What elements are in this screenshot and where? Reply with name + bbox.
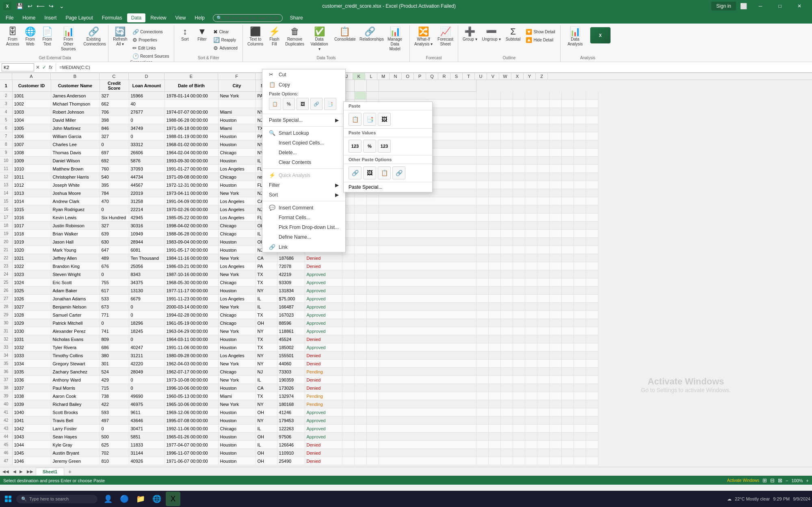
table-cell[interactable]: 30316 — [129, 222, 165, 230]
table-cell[interactable]: Houston — [218, 343, 256, 352]
table-cell[interactable]: Approved — [305, 270, 342, 278]
table-cell[interactable]: Chicago — [218, 149, 256, 157]
col-header-N[interactable]: N — [390, 73, 402, 80]
table-cell[interactable]: New York — [218, 189, 256, 197]
table-cell[interactable]: Anthony Ward — [51, 376, 100, 384]
table-cell[interactable]: New York — [218, 327, 256, 335]
table-cell[interactable]: Pending — [305, 392, 342, 400]
table-cell[interactable]: 593 — [100, 408, 129, 416]
table-cell[interactable]: 1977-11-17 00:00:00 — [165, 287, 218, 295]
table-cell[interactable]: 97506 — [277, 433, 305, 441]
table-cell[interactable]: 1033 — [12, 352, 51, 360]
table-cell[interactable]: NY — [256, 416, 277, 425]
table-cell[interactable]: NY — [256, 287, 277, 295]
table-cell[interactable]: 166487 — [277, 303, 305, 311]
table-cell[interactable]: 702 — [100, 449, 129, 457]
ctx-insert-comment[interactable]: 💬 Insert Comment — [262, 203, 345, 213]
table-cell[interactable]: Kevin Lewis — [51, 214, 100, 222]
table-cell[interactable] — [218, 100, 256, 108]
table-cell[interactable]: 1037 — [12, 384, 51, 392]
table-cell[interactable]: 1019 — [12, 238, 51, 246]
table-cell[interactable]: 131834 — [277, 287, 305, 295]
table-cell[interactable]: Patrick Mitchell — [51, 319, 100, 327]
paste-main-icon-1[interactable]: 📋 — [349, 113, 362, 126]
table-cell[interactable]: IL — [256, 295, 277, 303]
start-button[interactable] — [2, 492, 15, 505]
table-cell[interactable]: Chicago — [218, 230, 256, 238]
consolidate-button[interactable]: 📋 Consolidate — [332, 26, 357, 54]
table-cell[interactable]: 1030 — [12, 327, 51, 335]
table-cell[interactable]: Denied — [305, 384, 342, 392]
table-cell[interactable]: 533 — [100, 295, 129, 303]
table-cell[interactable]: 1980-09-28 00:00:00 — [165, 352, 218, 360]
table-cell[interactable]: 1995-07-08 00:00:00 — [165, 416, 218, 425]
redo-button[interactable]: ↪ — [46, 1, 56, 11]
table-cell[interactable]: 470 — [100, 197, 129, 205]
table-cell[interactable]: Pending — [305, 368, 342, 376]
table-cell[interactable]: James Anderson — [51, 92, 100, 100]
table-cell[interactable]: 28944 — [129, 238, 165, 246]
table-cell[interactable]: 0 — [129, 311, 165, 319]
from-text-button[interactable]: 📄 FromText — [39, 26, 55, 54]
table-cell[interactable]: 692 — [100, 157, 129, 165]
table-cell[interactable]: Zachary Sanchez — [51, 368, 100, 376]
table-cell[interactable]: 673 — [100, 303, 129, 311]
table-cell[interactable]: Houston — [218, 181, 256, 189]
table-cell[interactable]: New York — [218, 400, 256, 408]
paste-values-icon-1[interactable]: 123 — [349, 140, 362, 153]
table-cell[interactable]: TX — [256, 270, 277, 278]
ctx-pick-dropdown[interactable]: Pick From Drop-down List... — [262, 222, 345, 232]
table-cell[interactable]: 0 — [129, 335, 165, 343]
table-cell[interactable]: Approved — [305, 425, 342, 433]
table-cell[interactable]: Denied — [305, 352, 342, 360]
table-cell[interactable]: 647 — [100, 246, 129, 254]
table-cell[interactable]: 0 — [100, 425, 129, 433]
filter-button[interactable]: ▼ Filter — [194, 26, 210, 54]
other-paste-icon-2[interactable]: 🖼 — [363, 166, 376, 179]
table-cell[interactable]: New York — [218, 254, 256, 262]
table-cell[interactable]: 1969-12-06 00:00:00 — [165, 408, 218, 416]
table-cell[interactable]: 190359 — [277, 376, 305, 384]
table-cell[interactable]: 715 — [100, 384, 129, 392]
table-cell[interactable]: 1005 — [12, 124, 51, 132]
table-cell[interactable]: Los Angeles — [218, 205, 256, 214]
table-cell[interactable]: 15966 — [129, 92, 165, 100]
what-if-button[interactable]: 🔀 What-IfAnalysis ▾ — [412, 26, 435, 54]
table-cell[interactable]: 1046 — [12, 457, 51, 465]
table-cell[interactable]: 1984-11-16 00:00:00 — [165, 254, 218, 262]
table-cell[interactable]: 132974 — [277, 392, 305, 400]
table-cell[interactable]: 422 — [100, 400, 129, 408]
cancel-formula-button[interactable]: ✕ — [36, 65, 40, 70]
table-cell[interactable]: Jeffrey Allen — [51, 254, 100, 262]
table-cell[interactable]: Kyle Gray — [51, 441, 100, 449]
table-cell[interactable]: Mark Young — [51, 246, 100, 254]
from-access-button[interactable]: 🗄 FromAccess — [4, 26, 21, 54]
table-cell[interactable]: NY — [256, 400, 277, 408]
table-cell[interactable]: Adam Baker — [51, 287, 100, 295]
table-cell[interactable]: John Martinez — [51, 124, 100, 132]
table-cell[interactable]: Approved — [305, 295, 342, 303]
table-cell[interactable]: 810 — [100, 457, 129, 465]
table-cell[interactable]: 1962-07-17 00:00:00 — [165, 368, 218, 376]
table-cell[interactable]: 630 — [100, 238, 129, 246]
col-header-Z[interactable]: Z — [536, 73, 548, 80]
table-cell[interactable]: 327 — [100, 222, 129, 230]
table-cell[interactable]: 1020 — [12, 246, 51, 254]
minimize-button[interactable]: ─ — [751, 0, 770, 12]
zoom-out[interactable]: − — [786, 478, 788, 483]
table-cell[interactable]: New York — [218, 303, 256, 311]
table-cell[interactable]: 301 — [100, 360, 129, 368]
taskbar-search[interactable]: 🔍 Type here to search — [16, 495, 97, 503]
table-cell[interactable]: 738 — [100, 392, 129, 400]
table-cell[interactable]: Charles Lee — [51, 140, 100, 149]
table-cell[interactable]: 31258 — [129, 197, 165, 205]
table-cell[interactable]: 1021 — [12, 254, 51, 262]
table-cell[interactable]: Eric Scott — [51, 278, 100, 287]
ctx-copy[interactable]: 📋 Copy — [262, 80, 345, 90]
table-cell[interactable]: Ryan Rodriguez — [51, 205, 100, 214]
table-cell[interactable]: 1970-02-26 00:00:00 — [165, 205, 218, 214]
paste-icon-2[interactable]: % — [283, 98, 295, 110]
table-cell[interactable]: 1036 — [12, 376, 51, 384]
taskbar-excel[interactable]: X — [166, 492, 180, 506]
taskbar-chrome[interactable]: 🌐 — [149, 492, 164, 506]
